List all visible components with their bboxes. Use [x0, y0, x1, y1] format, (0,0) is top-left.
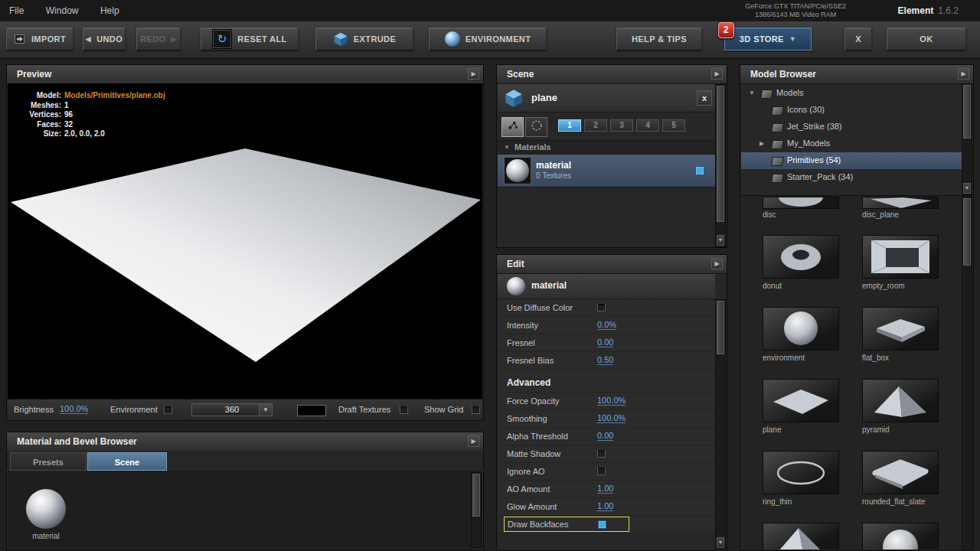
extrude-button[interactable]: EXTRUDE [315, 28, 413, 51]
scene-title: Scene [507, 69, 534, 80]
cancel-button[interactable]: X [844, 28, 872, 51]
store-label: 3D STORE [740, 34, 784, 44]
tab-presets[interactable]: Presets [10, 452, 87, 471]
orbit-tool-button[interactable] [525, 117, 547, 137]
scroll-down-button[interactable]: ▼ [717, 537, 724, 548]
redo-button[interactable]: REDO ▶ [136, 28, 181, 51]
smoothing-value[interactable]: 100.0% [597, 413, 626, 423]
group-2-button[interactable]: 2 [584, 119, 607, 132]
ok-button[interactable]: OK [887, 28, 966, 51]
undo-button[interactable]: ◀ UNDO [83, 28, 126, 51]
menu-window[interactable]: Window [37, 0, 88, 16]
group-1-button[interactable]: 1 [558, 119, 581, 132]
model-browser-expand-icon[interactable]: ▶ [958, 68, 969, 80]
scene-expand-icon[interactable]: ▶ [711, 68, 723, 80]
dropdown-arrow-icon: ▼ [259, 404, 272, 416]
glow-amount-value[interactable]: 1.00 [597, 501, 613, 511]
fresnel-value[interactable]: 0.00 [597, 337, 613, 347]
property-row-glow-amount: Glow Amount 1.00 [498, 498, 717, 516]
tree-item-models[interactable]: ▼ Models [741, 85, 962, 102]
model-thumbnail-ring-thin[interactable] [763, 451, 839, 494]
brightness-value[interactable]: 100.0% [60, 404, 88, 414]
environment-checkbox[interactable] [164, 406, 172, 414]
model-thumbnail-empty-room[interactable] [862, 235, 939, 279]
model-thumbnail-rounded-flat-slate[interactable] [862, 451, 939, 494]
group-4-button[interactable]: 4 [636, 119, 659, 132]
scrollbar-thumb[interactable] [472, 474, 480, 517]
tree-item-starter-pack[interactable]: Starter_Pack (34) [741, 169, 962, 186]
tree-item-icons[interactable]: Icons (30) [741, 102, 962, 119]
force-opacity-value[interactable]: 100.0% [597, 396, 626, 406]
preview-expand-icon[interactable]: ▶ [468, 68, 479, 80]
preview-rotation-select[interactable]: 360 ▼ [191, 403, 273, 416]
ignore-ao-checkbox[interactable] [597, 467, 606, 475]
import-button[interactable]: IMPORT [6, 28, 74, 51]
scrollbar-thumb[interactable] [963, 85, 971, 139]
scroll-down-button[interactable]: ▼ [717, 235, 724, 246]
edit-expand-icon[interactable]: ▶ [711, 258, 723, 269]
scene-panel: Scene ▶ plane x 1 2 3 4 5 ▼ Materials [496, 64, 727, 248]
edit-scrollbar[interactable]: ▼ [715, 299, 726, 549]
remove-model-button[interactable]: x [697, 90, 712, 106]
expander-closed-icon[interactable]: ▶ [760, 140, 764, 147]
model-thumbnail-disc-plane[interactable] [862, 197, 939, 209]
scene-scrollbar[interactable]: ▼ [715, 84, 726, 247]
model-thumbnail-donut[interactable] [763, 235, 839, 279]
material-row[interactable]: material 0 Textures [498, 155, 715, 187]
model-thumbnail-environment[interactable] [763, 307, 839, 350]
material-browser-scrollbar[interactable] [471, 472, 482, 548]
preview-viewport[interactable]: Model: Models/Primitives/plane.obj Meshe… [8, 83, 482, 399]
faces-value: 32 [64, 120, 165, 130]
environment-toggle-label: Environment [110, 405, 158, 414]
scrollbar-thumb[interactable] [717, 86, 724, 222]
scrollbar-thumb[interactable] [963, 198, 971, 266]
environment-button[interactable]: ENVIRONMENT [429, 28, 547, 51]
grid-scrollbar[interactable] [962, 196, 972, 549]
model-thumbnail-flat-box[interactable] [862, 307, 939, 350]
tree-item-primitives[interactable]: Primitives (54) [741, 152, 962, 169]
tree-item-my-models[interactable]: ▶ My_Models [741, 135, 962, 152]
draft-textures-checkbox[interactable] [400, 406, 408, 414]
store-button[interactable]: 2 3D STORE ▼ [724, 28, 812, 51]
background-color-swatch[interactable] [297, 405, 326, 416]
material-visibility-checkbox[interactable] [695, 166, 704, 175]
intensity-value[interactable]: 0.0% [597, 320, 616, 330]
alpha-threshold-value[interactable]: 0.00 [597, 431, 613, 441]
model-thumbnail-partial-left[interactable] [763, 523, 839, 549]
draw-backfaces-checkbox[interactable] [598, 520, 606, 529]
menu-help[interactable]: Help [91, 0, 129, 16]
reset-all-button[interactable]: ↻ RESET ALL [201, 28, 299, 51]
particles-tool-button[interactable] [501, 117, 524, 137]
scrollbar-thumb[interactable] [717, 301, 724, 354]
model-thumbnail-pyramid[interactable] [862, 379, 939, 422]
materials-section-header[interactable]: ▼ Materials [498, 140, 715, 155]
group-3-button[interactable]: 3 [610, 119, 633, 132]
expander-open-icon[interactable]: ▼ [749, 90, 755, 96]
material-preview-sphere[interactable] [26, 489, 66, 529]
show-grid-checkbox[interactable] [472, 406, 480, 414]
material-bevel-browser-panel: Material and Bevel Browser ▶ Presets Sce… [6, 432, 484, 551]
redo-label: REDO [140, 34, 165, 44]
material-browser-expand-icon[interactable]: ▶ [468, 435, 479, 447]
property-row-ignore-ao: Ignore AO [498, 463, 717, 481]
menu-bar: File Window Help GeForce GTX TITAN/PCIe/… [0, 0, 980, 22]
tree-item-jet-strike[interactable]: Jet_Strike (38) [741, 119, 962, 135]
matte-shadow-checkbox[interactable] [597, 449, 606, 458]
model-thumbnail-disc[interactable] [763, 197, 839, 209]
edit-panel: Edit ▶ material Use Diffuse Color Intens… [496, 254, 727, 551]
menu-file[interactable]: File [0, 0, 33, 16]
model-label: Model: [18, 91, 61, 101]
scene-object-row[interactable]: plane x [498, 84, 715, 112]
model-thumbnail-partial-right[interactable] [862, 523, 939, 549]
tab-scene[interactable]: Scene [87, 452, 167, 471]
help-tips-button[interactable]: HELP & TIPS [616, 28, 702, 51]
property-row-matte-shadow: Matte Shadow [498, 445, 717, 463]
group-5-button[interactable]: 5 [662, 119, 685, 132]
fresnel-bias-value[interactable]: 0.50 [597, 355, 613, 365]
use-diffuse-color-checkbox[interactable] [597, 303, 606, 311]
tree-scrollbar[interactable]: ▼ [962, 83, 972, 195]
ao-amount-value[interactable]: 1.00 [597, 484, 613, 494]
model-thumbnail-plane[interactable] [763, 379, 839, 422]
scroll-down-button[interactable]: ▼ [963, 183, 971, 194]
preview-panel: Preview ▶ Model: Models/Primitives/plane… [6, 64, 484, 421]
